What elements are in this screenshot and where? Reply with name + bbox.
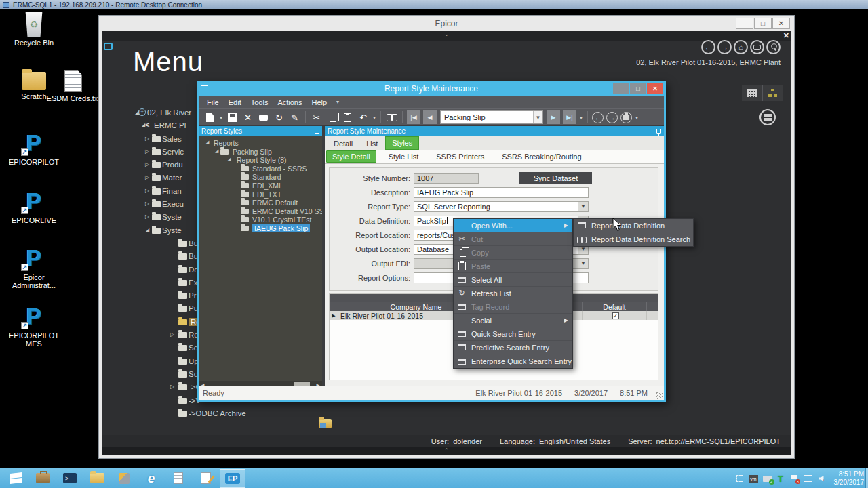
tree-item[interactable]: Standard - SSRS — [199, 165, 322, 174]
copy-button[interactable] — [325, 110, 339, 124]
epicor-app-icon[interactable] — [104, 43, 113, 50]
file-explorer[interactable] — [84, 469, 110, 488]
epicorpilot-mes-shortcut[interactable]: P↗EPICORPILOT MES — [5, 305, 62, 348]
tree-item[interactable]: ->ODBC Archive — [133, 408, 350, 421]
collapse-icon[interactable] — [205, 140, 209, 145]
menu-actions[interactable]: Actions — [277, 98, 302, 106]
show-hidden-icon[interactable] — [735, 474, 745, 483]
sync-flag-icon[interactable] — [789, 474, 799, 483]
maximize-button[interactable]: □ — [754, 18, 772, 29]
menu-item-enterprise-quick-search-entry[interactable]: Enterprise Quick Search Entry — [454, 354, 572, 368]
recycle-bin[interactable]: ♻Recycle Bin — [5, 12, 62, 47]
rsm-minimize-button[interactable]: – — [613, 83, 629, 94]
expand-icon[interactable] — [145, 201, 149, 207]
collapse-icon[interactable] — [227, 157, 231, 162]
menu-item-open-with[interactable]: Open With...▶ — [454, 219, 572, 232]
grid-view-toggle[interactable] — [742, 85, 762, 101]
next-record-button[interactable]: ▶ — [547, 110, 560, 124]
start-button[interactable] — [3, 469, 28, 488]
epicorlive-shortcut[interactable]: P↗EPICORLIVE — [5, 190, 62, 224]
menu-item-report-data-definition[interactable]: Report Data Definition — [574, 219, 693, 232]
expand-icon[interactable] — [145, 148, 149, 155]
resize-grip[interactable] — [656, 392, 663, 399]
tree-item[interactable]: Packing Slip — [199, 148, 322, 157]
tree-item[interactable]: IAEUG Pack Slip — [199, 224, 322, 233]
undo-button[interactable]: ↶ — [356, 110, 370, 124]
back-icon[interactable]: ← — [701, 40, 715, 54]
menu-tools[interactable]: Tools — [251, 98, 269, 106]
vm-icon[interactable]: vm — [749, 474, 758, 483]
default-column-header[interactable]: Default — [583, 302, 647, 311]
expand-icon[interactable] — [145, 214, 149, 220]
menu-edit[interactable]: Edit — [229, 98, 241, 106]
hierarchy-view-toggle[interactable] — [762, 85, 783, 101]
print-button[interactable] — [620, 112, 632, 123]
tree-item[interactable]: V10.1 Crystal TEst — [199, 216, 322, 224]
first-record-button[interactable]: |◀ — [407, 110, 420, 124]
admin-tool[interactable] — [111, 469, 137, 488]
volume-icon[interactable] — [816, 474, 826, 483]
usb-icon[interactable] — [762, 474, 772, 483]
tree-item[interactable]: Standard — [199, 173, 322, 182]
network-icon[interactable] — [803, 474, 812, 483]
collapse-icon[interactable] — [145, 227, 149, 233]
chevron-down-icon[interactable]: ▾ — [578, 115, 584, 121]
cut-button[interactable]: ✂ — [309, 110, 323, 124]
tree-item[interactable]: EDI_TXT — [199, 190, 322, 199]
pin-icon[interactable] — [656, 129, 661, 134]
delete-button[interactable]: ✕ — [241, 110, 255, 124]
navigate-forward-button[interactable]: → — [606, 112, 618, 123]
rsm-titlebar[interactable]: Report Style Maintenance – □ ✕ — [197, 81, 666, 96]
report-type-dropdown[interactable]: ▼ — [578, 201, 589, 212]
menu-item-refresh-list[interactable]: ↻Refresh List — [454, 287, 572, 300]
previous-record-button[interactable]: ◀ — [423, 110, 437, 124]
menu-item-select-all[interactable]: Select All — [454, 273, 572, 287]
expand-icon[interactable] — [145, 161, 149, 167]
save-button[interactable] — [225, 110, 239, 124]
refresh-button[interactable]: ↻ — [272, 110, 286, 124]
navigate-back-button[interactable]: ← — [592, 112, 604, 123]
chevron-down-icon[interactable]: ▼ — [533, 111, 542, 123]
taskbar-clock[interactable]: 8:51 PM 3/20/2017 — [834, 470, 865, 487]
search-icon[interactable] — [766, 40, 781, 54]
epicor-admin-shortcut[interactable]: P↗Epicor Administrat... — [5, 247, 62, 289]
chevron-down-icon[interactable]: ▾ — [218, 115, 224, 121]
tab-detail[interactable]: Detail — [328, 138, 359, 150]
report-styles-panel-header[interactable]: Report Styles — [199, 126, 322, 136]
epicor-titlebar[interactable]: Epicor – □ ✕ — [99, 16, 794, 31]
menu-help[interactable]: Help — [311, 98, 327, 106]
show-desktop-button[interactable] — [865, 468, 868, 488]
menu-file[interactable]: File — [207, 98, 219, 106]
output-edi-dropdown[interactable]: ▼ — [578, 258, 589, 269]
rsm-detail-panel-header[interactable]: Report Style Maintenance — [325, 126, 664, 136]
description-field[interactable]: IAEUG Pack Slip — [414, 187, 589, 198]
new-record-button[interactable] — [203, 110, 217, 124]
esdm-creds-file[interactable]: ESDM Creds.txt — [45, 70, 102, 102]
subtab-ssrs-breaking-routing[interactable]: SSRS Breaking/Routing — [496, 151, 587, 162]
close-icon[interactable]: ✕ — [783, 31, 789, 40]
chevron-down-icon[interactable]: ▾ — [372, 115, 377, 121]
menu-item-quick-search-entry[interactable]: Quick Search Entry — [454, 327, 572, 341]
report-type-field[interactable]: SQL Server Reporting — [414, 201, 578, 212]
epicor-bottom-strip[interactable]: ⌃ — [102, 447, 791, 455]
expand-icon[interactable] — [170, 331, 174, 338]
chevron-down-icon[interactable]: ⌄ — [444, 31, 450, 37]
apps-launcher-button[interactable] — [760, 109, 776, 125]
menu-item-predictive-search-entry[interactable]: Predictive Search Entry — [454, 341, 572, 354]
pin-icon[interactable] — [315, 129, 319, 134]
forward-icon[interactable]: → — [717, 40, 732, 54]
home-icon[interactable]: ⌂ — [734, 40, 748, 54]
rsm-close-button[interactable]: ✕ — [647, 83, 663, 94]
menu-item-social[interactable]: Social▶ — [454, 314, 572, 327]
row-selector-icon[interactable]: ▶ — [330, 311, 338, 320]
feedback-icon[interactable] — [750, 40, 764, 54]
clear-button[interactable]: ✎ — [288, 110, 302, 124]
expand-icon[interactable] — [145, 174, 149, 180]
tab-styles[interactable]: Styles — [385, 136, 419, 150]
last-record-button[interactable]: ▶| — [563, 110, 576, 124]
expand-icon[interactable] — [145, 136, 149, 142]
tree-item[interactable]: Reports — [199, 139, 322, 148]
subtab-style-list[interactable]: Style List — [383, 151, 425, 162]
rdp-connection-bar[interactable]: ERMC-SQL1 - 192.168.209.210 - Remote Des… — [0, 0, 868, 9]
server-manager[interactable] — [30, 469, 56, 488]
